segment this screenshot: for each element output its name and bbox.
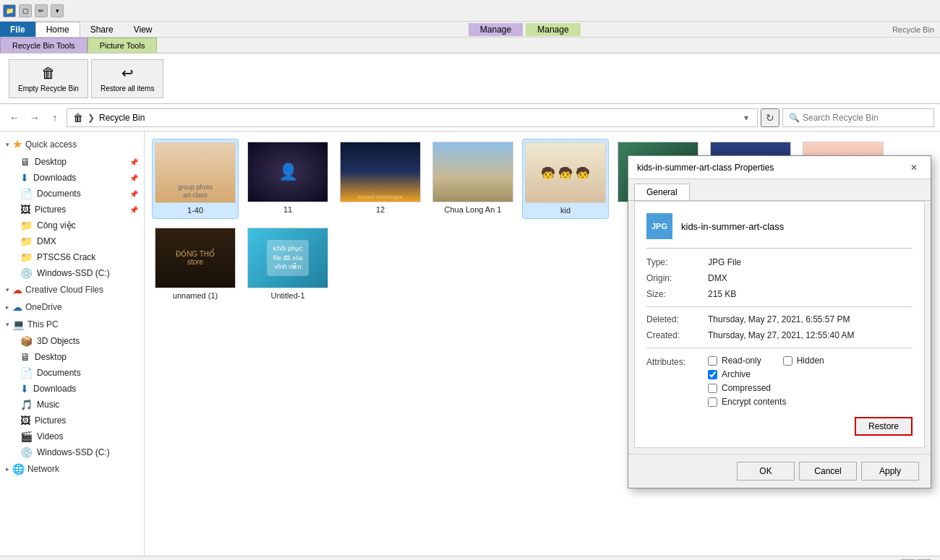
address-dropdown-btn[interactable]: ▾ (741, 113, 751, 123)
prop-size-value: 215 KB (708, 289, 736, 299)
sidebar-downloads-label: Downloads (33, 173, 76, 183)
file-label-kids: kid (560, 206, 571, 215)
documents-icon: 📄 (20, 188, 33, 199)
sidebar-documents-pc-label: Documents (37, 368, 81, 378)
quick-access-label: Quick access (25, 139, 77, 150)
address-box[interactable]: 🗑 ❯ Recycle Bin ▾ (67, 108, 758, 127)
sidebar-item-documents-pc[interactable]: 📄 Documents (0, 365, 144, 381)
sidebar-item-pictures-pc[interactable]: 🖼 Pictures (0, 413, 144, 428)
sidebar-item-desktop[interactable]: 🖥 Desktop 📌 (0, 154, 144, 170)
search-box[interactable]: 🔍 (782, 108, 934, 127)
sidebar-section-onedrive[interactable]: ▸ ☁ OneDrive (0, 298, 144, 316)
titlebar-icon-dropdown[interactable]: ▾ (51, 4, 64, 17)
prop-type-value: JPG File (708, 257, 741, 267)
sidebar-item-pictures[interactable]: 🖼 Pictures 📌 (0, 202, 144, 217)
ribbon: File Home Share View Manage Manage Recyc… (0, 22, 940, 104)
sidebar-section-quick-access[interactable]: ▾ ★ Quick access (0, 134, 144, 154)
sidebar-item-documents[interactable]: 📄 Documents 📌 (0, 186, 144, 202)
tab-recycle-bin-tools[interactable]: Recycle Bin Tools (0, 38, 87, 53)
file-thumb-unnamed-1[interactable]: ĐỒNG THỔstore unnamed (1) (152, 225, 239, 303)
search-input[interactable] (803, 113, 928, 123)
back-button[interactable]: ← (6, 109, 23, 126)
tab-picture-tools[interactable]: Picture Tools (87, 38, 158, 53)
prop-deleted-row: Deleted: Thursday, May 27, 2021, 6:55:57… (646, 314, 913, 324)
sidebar-item-videos[interactable]: 🎬 Videos (0, 428, 144, 444)
titlebar-icon-3[interactable]: ✏ (35, 4, 48, 17)
dialog-title: kids-in-summer-art-class Properties (637, 163, 774, 173)
restore-button[interactable]: Restore (855, 417, 913, 436)
pin-icon: 📌 (129, 158, 138, 166)
ribbon-content: 🗑 Empty Recycle Bin ↩ Restore all items (0, 53, 940, 104)
attr-compressed-row: Compressed (708, 383, 824, 393)
attr-hidden-row: Hidden (783, 356, 824, 366)
hidden-checkbox[interactable] (783, 356, 792, 366)
tab-home[interactable]: Home (35, 22, 80, 37)
sidebar-item-downloads[interactable]: ⬇ Downloads 📌 (0, 170, 144, 186)
cancel-button[interactable]: Cancel (799, 462, 857, 481)
sidebar-item-windows-ssd-c2[interactable]: 💿 Windows-SSD (C:) (0, 444, 144, 460)
onedrive-icon: ☁ (12, 301, 22, 313)
sidebar-section-network[interactable]: ▸ 🌐 Network (0, 460, 144, 478)
sidebar-section-this-pc[interactable]: ▾ 💻 This PC (0, 316, 144, 333)
tab-view[interactable]: View (124, 22, 163, 37)
attr-label: Attributes: (646, 356, 708, 367)
file-label-chua-long-an: Chua Long An 1 (445, 205, 502, 214)
prop-size-row: Size: 215 KB (646, 289, 913, 299)
sidebar-windows-ssd-c2-label: Windows-SSD (C:) (37, 447, 110, 457)
apply-button[interactable]: Apply (861, 462, 919, 481)
file-thumb-untitled-1[interactable]: Khôi phụcfile đã xóavĩnh viễn Untitled-1 (244, 225, 331, 303)
forward-button[interactable]: → (26, 109, 43, 126)
attr-encrypt-row: Encrypt contents (708, 397, 824, 407)
empty-recycle-bin-btn[interactable]: 🗑 Empty Recycle Bin (9, 59, 88, 98)
sidebar-item-dmx[interactable]: 📁 DMX (0, 233, 144, 249)
sidebar-music-label: Music (37, 400, 59, 410)
archive-checkbox[interactable] (708, 370, 717, 379)
file-thumb-1-40[interactable]: group photoart class 1-40 (152, 139, 239, 219)
sidebar-dmx-label: DMX (37, 236, 56, 246)
file-thumb-kids[interactable]: 🧒🧒🧒 kid (522, 139, 609, 219)
up-button[interactable]: ↑ (46, 109, 64, 126)
creative-cloud-label: Creative Cloud Files (25, 285, 103, 295)
properties-dialog[interactable]: kids-in-summer-art-class Properties ✕ Ge… (628, 155, 931, 488)
sidebar-pictures-pc-label: Pictures (35, 415, 66, 426)
sidebar-item-downloads-pc[interactable]: ⬇ Downloads (0, 381, 144, 397)
sidebar-item-3d-objects[interactable]: 📦 3D Objects (0, 333, 144, 349)
sidebar-downloads-pc-label: Downloads (33, 384, 76, 394)
refresh-button[interactable]: ↻ (761, 108, 779, 127)
dialog-close-button[interactable]: ✕ (906, 160, 922, 176)
sidebar-item-music[interactable]: 🎵 Music (0, 397, 144, 413)
attributes-section: Attributes: Read-only Hidden (646, 356, 913, 407)
quick-access-star-icon: ★ (12, 137, 22, 151)
readonly-checkbox[interactable] (708, 356, 717, 366)
sidebar-item-cong-viec[interactable]: 📁 Công việc (0, 217, 144, 233)
videos-icon: 🎬 (20, 431, 33, 442)
file-thumb-11[interactable]: 👤 11 (244, 139, 331, 219)
this-pc-expand-icon: ▾ (6, 321, 9, 328)
file-label-11: 11 (283, 205, 292, 214)
titlebar-icon-1[interactable]: 📁 (3, 4, 16, 17)
encrypt-label: Encrypt contents (722, 397, 786, 407)
ok-button[interactable]: OK (737, 462, 795, 481)
restore-all-btn[interactable]: ↩ Restore all items (91, 59, 163, 98)
compressed-checkbox[interactable] (708, 384, 717, 393)
sidebar-section-creative-cloud[interactable]: ▾ ☁ Creative Cloud Files (0, 281, 144, 298)
pictures-icon: 🖼 (20, 204, 30, 215)
sidebar-item-desktop-pc[interactable]: 🖥 Desktop (0, 349, 144, 365)
desktop-icon: 🖥 (20, 156, 30, 168)
prop-size-label: Size: (646, 289, 708, 299)
file-thumb-chua-long-an[interactable]: Chua Long An 1 (430, 139, 516, 219)
this-pc-label: This PC (27, 319, 59, 329)
encrypt-checkbox[interactable] (708, 397, 717, 407)
music-icon: 🎵 (20, 399, 33, 410)
tab-file[interactable]: File (0, 22, 35, 37)
ribbon-context-label-pt: Manage (526, 23, 580, 36)
tab-share[interactable]: Share (80, 22, 124, 37)
creative-cloud-expand-icon: ▾ (6, 286, 9, 293)
dialog-tab-general[interactable]: General (634, 184, 690, 200)
sidebar-item-windows-ssd[interactable]: 💿 Windows-SSD (C:) (0, 265, 144, 281)
file-thumb-12[interactable]: sunset landscape 12 (337, 139, 424, 219)
sidebar-item-ptscs6[interactable]: 📁 PTSCS6 Crack (0, 249, 144, 265)
prop-created-label: Created: (646, 330, 708, 340)
titlebar-icon-2[interactable]: ▢ (19, 4, 32, 17)
file-icon-large: JPG (646, 213, 672, 239)
